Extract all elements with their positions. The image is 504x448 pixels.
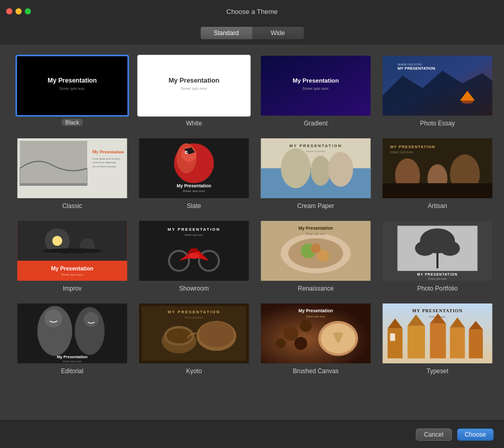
svg-text:Donec quis nunc: Donec quis nunc [59, 87, 85, 91]
photo-essay-label: Photo Essay [420, 120, 454, 127]
theme-typeset[interactable]: MY PRESENTATION Donec quis nunc Typeset [381, 302, 494, 375]
svg-rect-104 [387, 328, 402, 358]
svg-point-95 [283, 326, 298, 341]
svg-text:consectetuer adipiscing: consectetuer adipiscing [92, 161, 116, 164]
theme-black[interactable]: My Presentation Donec quis nunc Black [15, 55, 129, 127]
theme-kyoto[interactable]: MY PRESENTATION Donec quis nunc Kyoto [137, 302, 251, 375]
svg-point-66 [311, 244, 320, 253]
theme-renaissance[interactable]: My Presentation Donec quis nunc Renaissa… [259, 220, 372, 292]
svg-rect-0 [19, 56, 126, 115]
white-label: White [186, 120, 202, 127]
theme-thumb-renaissance: My Presentation Donec quis nunc [259, 220, 372, 282]
svg-point-97 [276, 339, 286, 348]
theme-improv[interactable]: My Presentation Donec quis nunc Improv [15, 220, 129, 292]
cancel-button[interactable]: Cancel [416, 428, 452, 441]
standard-tab[interactable]: Standard [201, 27, 252, 39]
svg-rect-106 [390, 333, 395, 341]
photo-portfolio-label: Photo Portfolio [417, 285, 458, 292]
improv-label: Improv [63, 285, 82, 292]
theme-thumb-kyoto: MY PRESENTATION Donec quis nunc [137, 302, 251, 364]
theme-cream-paper[interactable]: MY PRESENTATION tempor ut laoreet Cream … [259, 137, 372, 210]
svg-point-82 [84, 312, 99, 327]
svg-rect-47 [18, 221, 127, 261]
svg-text:Donec quis nunc: Donec quis nunc [185, 316, 204, 319]
theme-classic[interactable]: My Presentation Lorem ipsum dolor sit am… [15, 137, 129, 210]
svg-text:Donec quis nunc: Donec quis nunc [63, 360, 82, 363]
svg-rect-43 [383, 183, 493, 198]
theme-thumb-photo-essay: WHERE OUR STORY MY PRESENTATION [381, 55, 494, 117]
theme-thumb-white: My Presentation Donec quis nunc [137, 55, 251, 117]
svg-text:MY PRESENTATION: MY PRESENTATION [289, 143, 342, 148]
themes-area: My Presentation Donec quis nunc Black My… [0, 44, 504, 420]
theme-editorial[interactable]: My Presentation Donec quis nunc Editoria… [15, 302, 129, 375]
gradient-label: Gradient [304, 120, 328, 127]
theme-showroom[interactable]: MY PRESENTATION Donec quis nunc Showroom [137, 220, 251, 292]
svg-point-36 [328, 152, 353, 187]
svg-point-96 [300, 320, 312, 332]
svg-rect-3 [138, 55, 250, 116]
maximize-button[interactable] [25, 8, 31, 14]
theme-slate[interactable]: My Presentation Donec quis nunc Slate [137, 137, 251, 210]
kyoto-label: Kyoto [186, 367, 202, 375]
theme-thumb-cream-paper: MY PRESENTATION tempor ut laoreet [259, 137, 372, 199]
theme-brushed-canvas[interactable]: My Presentation Donec quis nunc Brushed … [259, 302, 372, 375]
svg-text:Donec quis nunc: Donec quis nunc [303, 87, 329, 91]
svg-point-81 [44, 310, 62, 328]
theme-photo-portfolio[interactable]: MY PRESENTATION Donec quis nunc Photo Po… [381, 220, 494, 292]
artisan-label: Artisan [428, 202, 447, 210]
choose-button[interactable]: Choose [457, 428, 494, 441]
svg-point-29 [186, 152, 188, 153]
svg-point-35 [311, 156, 331, 186]
svg-text:Donec quis nunc: Donec quis nunc [185, 234, 204, 236]
theme-thumb-editorial: My Presentation Donec quis nunc [15, 302, 129, 364]
svg-point-34 [281, 148, 311, 188]
svg-text:Donec quis nunc: Donec quis nunc [306, 315, 326, 318]
svg-text:tempor ut laoreet: tempor ut laoreet [306, 150, 326, 153]
svg-text:DONEC QUIS NUNC: DONEC QUIS NUNC [390, 151, 414, 154]
svg-rect-109 [430, 324, 446, 359]
theme-thumb-artisan: MY PRESENTATION DONEC QUIS NUNC [381, 137, 494, 199]
svg-point-91 [199, 322, 234, 347]
minimize-button[interactable] [15, 8, 22, 14]
svg-text:Donec quis nunc: Donec quis nunc [181, 87, 207, 91]
svg-text:MY PRESENTATION: MY PRESENTATION [412, 308, 463, 313]
svg-text:MY PRESENTATION: MY PRESENTATION [398, 66, 435, 71]
svg-rect-111 [450, 327, 465, 358]
black-badge: Black [61, 119, 84, 126]
theme-thumb-improv: My Presentation Donec quis nunc [15, 220, 129, 282]
svg-text:My Presentation: My Presentation [298, 226, 333, 231]
theme-photo-essay[interactable]: WHERE OUR STORY MY PRESENTATION Photo Es… [381, 55, 494, 127]
classic-label: Classic [62, 202, 83, 210]
theme-thumb-gradient: My Presentation Donec quis nunc [259, 55, 372, 117]
typeset-label: Typeset [427, 367, 448, 375]
theme-thumb-typeset: MY PRESENTATION Donec quis nunc [381, 302, 494, 364]
renaissance-label: Renaissance [298, 285, 333, 292]
close-button[interactable] [6, 8, 12, 14]
svg-point-89 [167, 328, 191, 343]
svg-point-51 [42, 248, 102, 253]
showroom-label: Showroom [179, 285, 208, 292]
theme-thumb-showroom: MY PRESENTATION Donec quis nunc [137, 220, 251, 282]
svg-text:MY PRESENTATION: MY PRESENTATION [168, 227, 220, 232]
svg-text:Donec quis nunc: Donec quis nunc [306, 233, 326, 235]
svg-text:MY PRESENTATION: MY PRESENTATION [168, 310, 220, 314]
slate-label: Slate [187, 202, 201, 210]
segmented-control: Standard Wide [0, 23, 504, 44]
theme-thumb-photo-portfolio: MY PRESENTATION Donec quis nunc [381, 220, 494, 282]
window-title: Choose a Theme [226, 8, 278, 15]
theme-thumb-black: My Presentation Donec quis nunc [15, 55, 129, 117]
themes-grid: My Presentation Donec quis nunc Black My… [15, 55, 489, 375]
svg-rect-113 [469, 329, 483, 358]
svg-text:My Presentation: My Presentation [57, 355, 88, 359]
svg-rect-6 [261, 56, 371, 116]
svg-rect-19 [20, 183, 88, 186]
theme-artisan[interactable]: MY PRESENTATION DONEC QUIS NUNC Artisan [381, 137, 494, 210]
svg-text:Donec quis nunc: Donec quis nunc [61, 273, 83, 276]
titlebar: Choose a Theme [0, 0, 504, 23]
svg-text:My Presentation: My Presentation [176, 183, 211, 188]
theme-white[interactable]: My Presentation Donec quis nunc White [137, 55, 251, 127]
theme-thumb-brushed-canvas: My Presentation Donec quis nunc [259, 302, 372, 364]
theme-gradient[interactable]: My Presentation Donec quis nunc Gradient [259, 55, 372, 127]
traffic-lights [6, 8, 31, 14]
wide-tab[interactable]: Wide [252, 27, 304, 39]
